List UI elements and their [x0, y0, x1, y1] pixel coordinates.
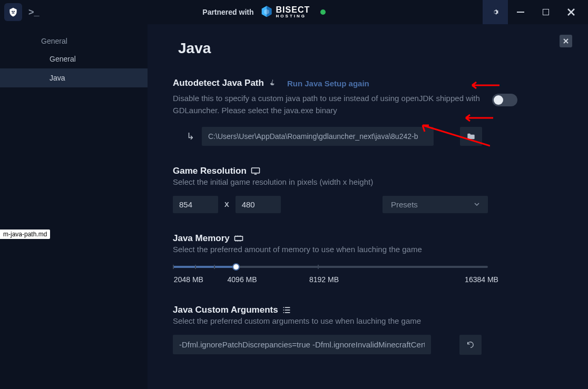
slider-label-4096: 4096 MB	[228, 275, 257, 284]
monkey-icon	[8, 7, 18, 17]
toggle-knob	[494, 95, 503, 105]
reset-args-button[interactable]	[459, 335, 482, 355]
close-panel-button[interactable]	[560, 35, 572, 47]
memory-slider[interactable]: 2048 MB 4096 MB 8192 MB 16384 MB	[173, 266, 488, 275]
sidebar-item-java[interactable]: Java	[0, 68, 148, 87]
file-tab[interactable]: m-java-path.md	[0, 230, 50, 239]
java-path-input[interactable]	[202, 127, 434, 146]
svg-rect-1	[543, 9, 549, 15]
monitor-icon	[251, 167, 260, 175]
subdirectory-arrow-icon: ↳	[187, 131, 194, 142]
svg-rect-2	[251, 168, 259, 173]
svg-rect-4	[234, 236, 242, 241]
memory-icon	[234, 235, 243, 242]
close-window-button[interactable]	[558, 0, 584, 24]
cube-icon	[259, 5, 274, 19]
brand-name-top: BISECT	[276, 6, 310, 14]
autodetect-title: Autodetect Java Path	[173, 78, 277, 88]
resolution-desc: Select the initial game resolution in pi…	[173, 176, 484, 188]
main-panel: Java Autodetect Java Path Run Java Setup…	[148, 24, 588, 389]
brand-name-bot: HOSTING	[276, 14, 310, 18]
undo-icon	[466, 341, 475, 349]
height-input[interactable]	[236, 196, 281, 213]
section-resolution: Game Resolution Select the initial game …	[173, 166, 567, 213]
section-autodetect: Autodetect Java Path Run Java Setup agai…	[173, 78, 567, 146]
partnered-banner: Partnered with BISECT HOSTING	[46, 5, 483, 19]
browse-folder-button[interactable]	[460, 127, 482, 146]
settings-button[interactable]	[483, 0, 508, 24]
slider-label-16384: 16384 MB	[465, 275, 498, 284]
chevron-down-icon	[474, 203, 479, 206]
autodetect-toggle[interactable]	[492, 94, 517, 106]
presets-dropdown[interactable]: Presets	[383, 196, 488, 213]
folder-icon	[467, 133, 475, 140]
resolution-title: Game Resolution	[173, 166, 567, 176]
app-logo[interactable]	[4, 3, 22, 21]
width-input[interactable]	[173, 196, 218, 213]
maximize-button[interactable]	[533, 0, 558, 24]
memory-title: Java Memory	[173, 233, 567, 244]
maximize-icon	[543, 9, 549, 15]
java-icon	[268, 79, 277, 87]
gear-icon	[491, 8, 499, 16]
close-icon	[563, 38, 569, 44]
page-title: Java	[178, 40, 567, 57]
window-controls	[483, 0, 584, 24]
run-java-setup-link[interactable]: Run Java Setup again	[287, 79, 369, 88]
slider-label-2048: 2048 MB	[174, 275, 203, 284]
slider-handle[interactable]	[232, 263, 240, 271]
args-input[interactable]	[173, 335, 431, 354]
close-icon	[567, 8, 575, 16]
terminal-icon[interactable]: >_	[28, 7, 40, 18]
section-args: Java Custom Arguments Select the preferr…	[173, 305, 567, 355]
minimize-icon	[517, 12, 524, 13]
args-desc: Select the preferred custom arguments to…	[173, 315, 484, 327]
slider-label-8192: 8192 MB	[309, 275, 339, 284]
bisect-logo[interactable]: BISECT HOSTING	[259, 5, 310, 19]
autodetect-desc: Disable this to specify a custom java pa…	[173, 93, 484, 116]
sidebar-item-general[interactable]: General	[0, 49, 148, 68]
minimize-button[interactable]	[508, 0, 533, 24]
args-title: Java Custom Arguments	[173, 305, 567, 315]
svg-rect-0	[517, 12, 524, 13]
x-separator: X	[224, 201, 229, 208]
partnered-label: Partnered with	[202, 8, 253, 16]
titlebar: >_ Partnered with BISECT HOSTING	[0, 0, 588, 24]
list-icon	[282, 306, 291, 314]
svg-rect-3	[254, 174, 257, 175]
status-dot-icon	[320, 9, 326, 15]
sidebar-section-general[interactable]: General	[0, 33, 148, 49]
section-memory: Java Memory Select the preferred amount …	[173, 233, 567, 276]
sidebar: General General Java	[0, 24, 148, 389]
memory-desc: Select the preferred amount of memory to…	[173, 244, 484, 256]
